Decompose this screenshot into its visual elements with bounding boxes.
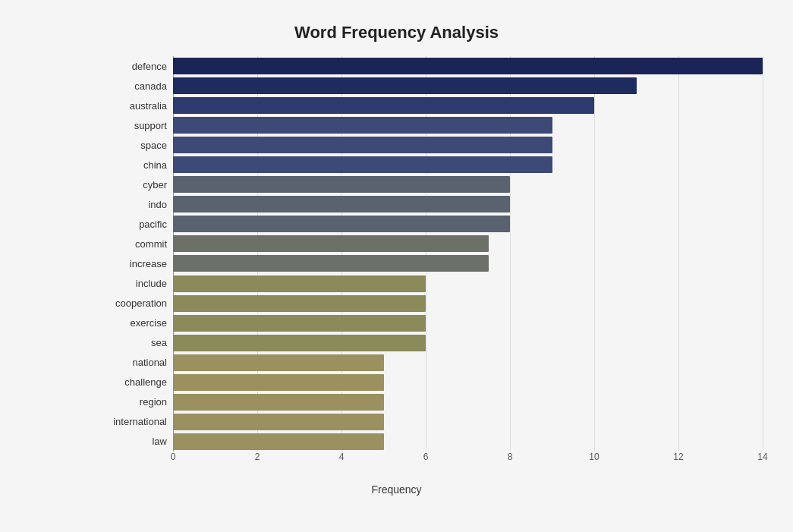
x-axis-label: Frequency (30, 483, 763, 496)
bar-support (173, 117, 552, 134)
bar-row-law (173, 432, 763, 452)
y-label-include: include (136, 279, 167, 288)
bar-increase (173, 255, 489, 272)
x-tick-0: 0 (171, 452, 176, 462)
bar-cyber (173, 176, 510, 193)
y-label-space: space (140, 140, 167, 150)
bar-row-indo (173, 194, 763, 214)
bar-canada (173, 77, 637, 94)
y-label-international: international (113, 417, 167, 427)
y-label-exercise: exercise (131, 318, 167, 328)
x-tick-8: 8 (508, 452, 513, 462)
bar-commit (173, 235, 489, 252)
bars-area (173, 56, 763, 452)
y-axis-labels: defencecanadaaustraliasupportspacechinac… (91, 56, 167, 452)
y-label-china: china (143, 160, 167, 170)
x-tick-12: 12 (673, 452, 683, 462)
bar-challenge (173, 374, 384, 391)
y-label-increase: increase (130, 259, 167, 269)
chart-container: Word Frequency Analysis defencecanadaaus… (0, 0, 793, 532)
x-tick-10: 10 (589, 452, 599, 462)
y-label-support: support (134, 121, 167, 131)
bar-international (173, 414, 384, 430)
x-tick-6: 6 (423, 452, 429, 462)
y-label-defence: defence (132, 61, 167, 71)
bar-row-space (173, 135, 763, 155)
bar-row-australia (173, 96, 763, 115)
bar-row-national (173, 353, 763, 373)
y-label-australia: australia (130, 101, 167, 111)
x-tick-4: 4 (339, 452, 345, 462)
bar-row-exercise (173, 313, 763, 333)
bar-australia (173, 97, 594, 114)
y-label-national: national (132, 357, 167, 367)
bar-row-canada (173, 76, 763, 96)
x-tick-14: 14 (757, 452, 767, 462)
bar-row-challenge (173, 373, 763, 392)
y-label-pacific: pacific (139, 219, 167, 229)
bar-indo (173, 196, 510, 212)
bar-row-china (173, 155, 763, 175)
bar-row-cyber (173, 175, 763, 194)
y-label-challenge: challenge (124, 377, 167, 387)
bar-exercise (173, 315, 426, 332)
y-label-canada: canada (134, 81, 167, 91)
bar-cooperation (173, 295, 426, 312)
bar-law (173, 433, 384, 450)
bar-national (173, 354, 384, 371)
x-tick-2: 2 (255, 452, 260, 462)
bar-defence (173, 58, 763, 74)
bar-china (173, 156, 552, 173)
bar-row-include (173, 274, 763, 294)
bar-row-region (173, 392, 763, 412)
bar-pacific (173, 216, 510, 232)
grid-line-14 (763, 56, 763, 452)
y-label-cooperation: cooperation (115, 298, 167, 308)
bar-row-defence (173, 56, 763, 76)
y-label-sea: sea (151, 338, 167, 348)
bar-row-pacific (173, 214, 763, 234)
bar-include (173, 275, 426, 292)
bar-row-commit (173, 234, 763, 253)
bar-region (173, 394, 384, 411)
bar-space (173, 137, 552, 153)
y-label-commit: commit (135, 239, 167, 249)
y-label-region: region (140, 397, 167, 407)
chart-title: Word Frequency Analysis (30, 23, 763, 42)
bar-row-international (173, 412, 763, 432)
x-axis: 02468101214 (173, 452, 763, 467)
y-label-cyber: cyber (143, 180, 167, 190)
y-label-law: law (152, 436, 167, 446)
y-label-indo: indo (148, 200, 167, 209)
bar-row-support (173, 115, 763, 135)
bar-row-cooperation (173, 294, 763, 313)
bar-sea (173, 335, 426, 351)
bar-row-increase (173, 253, 763, 273)
bar-row-sea (173, 333, 763, 353)
